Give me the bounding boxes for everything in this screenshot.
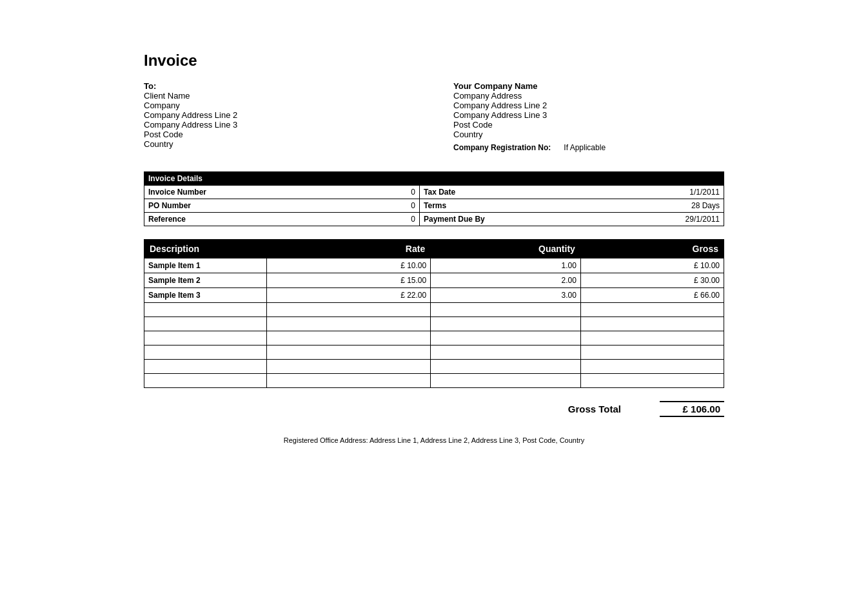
gross-total-section: Gross Total £ 106.00 [144, 401, 724, 417]
item-quantity-2: 3.00 [431, 288, 581, 303]
company-country: Country [453, 130, 724, 139]
po-number-value: 0 [304, 199, 420, 213]
item-rate-1: £ 15.00 [267, 273, 431, 288]
items-header: Description Rate Quantity Gross [144, 240, 724, 258]
item-quantity-8 [431, 374, 581, 388]
table-row: Sample Item 1£ 10.001.00£ 10.00 [144, 258, 724, 273]
invoice-number-row: Invoice Number 0 Tax Date 1/1/2011 [144, 186, 724, 199]
item-description-3 [144, 303, 267, 317]
item-gross-8 [580, 374, 724, 388]
company-address: Company Address [453, 91, 724, 101]
company-address-line3: Company Address Line 3 [453, 110, 724, 120]
company-address-line2: Company Address Line 2 [453, 101, 724, 110]
terms-label: Terms [420, 199, 594, 213]
item-description-0: Sample Item 1 [144, 258, 267, 273]
item-rate-8 [267, 374, 431, 388]
item-description-1: Sample Item 2 [144, 273, 267, 288]
invoice-details-table: Invoice Details Invoice Number 0 Tax Dat… [144, 171, 724, 226]
gross-total-value: £ 106.00 [660, 401, 724, 417]
item-gross-5 [580, 331, 724, 345]
col-quantity: Quantity [431, 240, 581, 258]
company-reg: Company Registration No: If Applicable [453, 143, 724, 152]
item-rate-6 [267, 345, 431, 360]
item-description-6 [144, 345, 267, 360]
item-quantity-0: 1.00 [431, 258, 581, 273]
item-gross-3 [580, 303, 724, 317]
item-description-5 [144, 331, 267, 345]
item-gross-2: £ 66.00 [580, 288, 724, 303]
item-description-2: Sample Item 3 [144, 288, 267, 303]
item-description-4 [144, 317, 267, 331]
table-row [144, 360, 724, 374]
company-reg-label: Company Registration No: [453, 143, 551, 152]
item-description-7 [144, 360, 267, 374]
item-quantity-5 [431, 331, 581, 345]
company-name: Your Company Name [453, 81, 724, 91]
item-gross-7 [580, 360, 724, 374]
col-description: Description [144, 240, 267, 258]
item-rate-4 [267, 317, 431, 331]
item-rate-0: £ 10.00 [267, 258, 431, 273]
items-table: Description Rate Quantity Gross Sample I… [144, 239, 724, 388]
gross-total-label: Gross Total [568, 404, 621, 414]
col-gross: Gross [580, 240, 724, 258]
item-gross-0: £ 10.00 [580, 258, 724, 273]
payment-due-value: 29/1/2011 [593, 213, 724, 226]
item-gross-4 [580, 317, 724, 331]
table-row [144, 317, 724, 331]
po-number-label: PO Number [144, 199, 304, 213]
table-row [144, 345, 724, 360]
table-row: Sample Item 2£ 15.002.00£ 30.00 [144, 273, 724, 288]
client-address-line3: Company Address Line 3 [144, 120, 415, 130]
item-quantity-3 [431, 303, 581, 317]
tax-date-value: 1/1/2011 [593, 186, 724, 199]
invoice-number-label: Invoice Number [144, 186, 304, 199]
item-quantity-7 [431, 360, 581, 374]
item-quantity-1: 2.00 [431, 273, 581, 288]
payment-due-label: Payment Due By [420, 213, 594, 226]
item-quantity-6 [431, 345, 581, 360]
table-row [144, 374, 724, 388]
item-description-8 [144, 374, 267, 388]
client-info: To: Client Name Company Company Address … [144, 81, 415, 152]
col-rate: Rate [267, 240, 431, 258]
header-section: To: Client Name Company Company Address … [144, 81, 724, 152]
invoice-details-header: Invoice Details [144, 172, 724, 186]
tax-date-label: Tax Date [420, 186, 594, 199]
item-quantity-4 [431, 317, 581, 331]
table-row [144, 331, 724, 345]
company-info: Your Company Name Company Address Compan… [415, 81, 724, 152]
client-name: Client Name [144, 91, 415, 101]
item-rate-7 [267, 360, 431, 374]
item-rate-5 [267, 331, 431, 345]
footer-text: Registered Office Address: Address Line … [144, 436, 724, 444]
table-row [144, 303, 724, 317]
item-gross-1: £ 30.00 [580, 273, 724, 288]
company-post-code: Post Code [453, 120, 724, 130]
reference-row: Reference 0 Payment Due By 29/1/2011 [144, 213, 724, 226]
po-number-row: PO Number 0 Terms 28 Days [144, 199, 724, 213]
client-company: Company [144, 101, 415, 110]
company-reg-value: If Applicable [564, 143, 606, 152]
invoice-title: Invoice [144, 52, 724, 70]
reference-label: Reference [144, 213, 304, 226]
terms-value: 28 Days [593, 199, 724, 213]
to-label: To: [144, 81, 415, 91]
client-address-line2: Company Address Line 2 [144, 110, 415, 120]
invoice-number-value: 0 [304, 186, 420, 199]
item-gross-6 [580, 345, 724, 360]
table-row: Sample Item 3£ 22.003.00£ 66.00 [144, 288, 724, 303]
item-rate-2: £ 22.00 [267, 288, 431, 303]
reference-value: 0 [304, 213, 420, 226]
client-post-code: Post Code [144, 130, 415, 139]
item-rate-3 [267, 303, 431, 317]
client-country: Country [144, 139, 415, 149]
